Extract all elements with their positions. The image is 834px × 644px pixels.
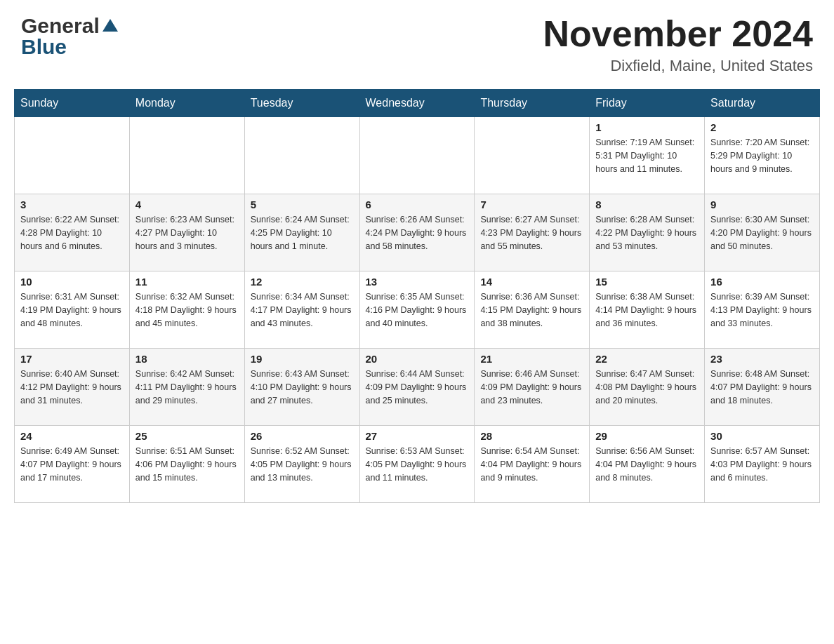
day-number: 23 [710, 353, 814, 365]
day-number: 1 [595, 121, 699, 133]
day-number: 26 [251, 430, 354, 442]
day-number: 21 [480, 353, 583, 365]
day-info: Sunrise: 6:39 AM Sunset: 4:13 PM Dayligh… [710, 290, 814, 330]
day-number: 8 [595, 199, 699, 210]
day-info: Sunrise: 7:20 AM Sunset: 5:29 PM Dayligh… [710, 136, 814, 175]
calendar-header-tuesday: Tuesday [244, 90, 359, 117]
calendar-cell: 1Sunrise: 7:19 AM Sunset: 5:31 PM Daylig… [590, 117, 705, 194]
day-info: Sunrise: 6:38 AM Sunset: 4:14 PM Dayligh… [595, 290, 699, 330]
day-info: Sunrise: 6:42 AM Sunset: 4:11 PM Dayligh… [135, 368, 239, 407]
calendar-cell [15, 117, 130, 194]
day-number: 4 [135, 199, 239, 210]
day-number: 10 [20, 276, 124, 288]
calendar-cell: 8Sunrise: 6:28 AM Sunset: 4:22 PM Daylig… [590, 194, 705, 271]
day-info: Sunrise: 6:35 AM Sunset: 4:16 PM Dayligh… [366, 290, 469, 330]
day-number: 3 [20, 199, 124, 210]
page-title: November 2024 [543, 14, 813, 54]
day-number: 9 [710, 199, 814, 210]
day-number: 27 [366, 430, 469, 442]
calendar-cell: 13Sunrise: 6:35 AM Sunset: 4:16 PM Dayli… [359, 271, 475, 349]
calendar-cell: 17Sunrise: 6:40 AM Sunset: 4:12 PM Dayli… [15, 349, 130, 426]
day-info: Sunrise: 6:32 AM Sunset: 4:18 PM Dayligh… [135, 290, 239, 330]
calendar-table: SundayMondayTuesdayWednesdayThursdayFrid… [14, 89, 820, 503]
calendar-cell: 23Sunrise: 6:48 AM Sunset: 4:07 PM Dayli… [705, 349, 820, 426]
day-number: 11 [135, 276, 239, 288]
day-number: 17 [20, 353, 124, 365]
day-info: Sunrise: 6:30 AM Sunset: 4:20 PM Dayligh… [710, 213, 814, 253]
day-number: 25 [135, 430, 239, 442]
calendar-header-monday: Monday [129, 90, 244, 117]
calendar-cell: 25Sunrise: 6:51 AM Sunset: 4:06 PM Dayli… [129, 426, 244, 503]
calendar-cell: 10Sunrise: 6:31 AM Sunset: 4:19 PM Dayli… [15, 271, 130, 349]
day-info: Sunrise: 6:26 AM Sunset: 4:24 PM Dayligh… [366, 213, 469, 253]
day-number: 15 [595, 276, 699, 288]
day-info: Sunrise: 6:53 AM Sunset: 4:05 PM Dayligh… [366, 445, 469, 484]
logo-blue: Blue [21, 35, 67, 58]
calendar-cell [244, 117, 359, 194]
day-number: 7 [480, 199, 583, 210]
day-info: Sunrise: 7:19 AM Sunset: 5:31 PM Dayligh… [595, 136, 699, 175]
day-number: 20 [366, 353, 469, 365]
day-number: 16 [710, 276, 814, 288]
day-info: Sunrise: 6:44 AM Sunset: 4:09 PM Dayligh… [366, 368, 469, 407]
day-info: Sunrise: 6:43 AM Sunset: 4:10 PM Dayligh… [251, 368, 354, 407]
calendar-cell: 28Sunrise: 6:54 AM Sunset: 4:04 PM Dayli… [475, 426, 590, 503]
calendar-cell: 20Sunrise: 6:44 AM Sunset: 4:09 PM Dayli… [359, 349, 475, 426]
day-number: 30 [710, 430, 814, 442]
calendar-cell: 5Sunrise: 6:24 AM Sunset: 4:25 PM Daylig… [244, 194, 359, 271]
calendar-cell: 4Sunrise: 6:23 AM Sunset: 4:27 PM Daylig… [129, 194, 244, 271]
day-info: Sunrise: 6:56 AM Sunset: 4:04 PM Dayligh… [595, 445, 699, 484]
logo-triangle-icon [102, 18, 118, 36]
calendar-cell: 6Sunrise: 6:26 AM Sunset: 4:24 PM Daylig… [359, 194, 475, 271]
calendar-header-friday: Friday [590, 90, 705, 117]
day-info: Sunrise: 6:22 AM Sunset: 4:28 PM Dayligh… [20, 213, 124, 253]
calendar-cell: 14Sunrise: 6:36 AM Sunset: 4:15 PM Dayli… [475, 271, 590, 349]
title-section: November 2024 Dixfield, Maine, United St… [543, 14, 813, 75]
calendar-cell: 22Sunrise: 6:47 AM Sunset: 4:08 PM Dayli… [590, 349, 705, 426]
svg-marker-0 [102, 19, 118, 32]
day-info: Sunrise: 6:31 AM Sunset: 4:19 PM Dayligh… [20, 290, 124, 330]
day-number: 22 [595, 353, 699, 365]
calendar-header-thursday: Thursday [475, 90, 590, 117]
calendar-cell: 29Sunrise: 6:56 AM Sunset: 4:04 PM Dayli… [590, 426, 705, 503]
calendar-cell [475, 117, 590, 194]
calendar-header-saturday: Saturday [705, 90, 820, 117]
calendar-cell: 16Sunrise: 6:39 AM Sunset: 4:13 PM Dayli… [705, 271, 820, 349]
day-info: Sunrise: 6:52 AM Sunset: 4:05 PM Dayligh… [251, 445, 354, 484]
calendar-cell: 7Sunrise: 6:27 AM Sunset: 4:23 PM Daylig… [475, 194, 590, 271]
day-number: 18 [135, 353, 239, 365]
calendar-header-wednesday: Wednesday [359, 90, 475, 117]
day-info: Sunrise: 6:27 AM Sunset: 4:23 PM Dayligh… [480, 213, 583, 253]
day-number: 6 [366, 199, 469, 210]
page-subtitle: Dixfield, Maine, United States [543, 57, 813, 75]
calendar-cell: 3Sunrise: 6:22 AM Sunset: 4:28 PM Daylig… [15, 194, 130, 271]
day-info: Sunrise: 6:40 AM Sunset: 4:12 PM Dayligh… [20, 368, 124, 407]
day-info: Sunrise: 6:54 AM Sunset: 4:04 PM Dayligh… [480, 445, 583, 484]
day-info: Sunrise: 6:48 AM Sunset: 4:07 PM Dayligh… [710, 368, 814, 407]
calendar-cell: 30Sunrise: 6:57 AM Sunset: 4:03 PM Dayli… [705, 426, 820, 503]
day-number: 5 [251, 199, 354, 210]
day-info: Sunrise: 6:36 AM Sunset: 4:15 PM Dayligh… [480, 290, 583, 330]
calendar-cell: 26Sunrise: 6:52 AM Sunset: 4:05 PM Dayli… [244, 426, 359, 503]
day-info: Sunrise: 6:28 AM Sunset: 4:22 PM Dayligh… [595, 213, 699, 253]
calendar-cell: 15Sunrise: 6:38 AM Sunset: 4:14 PM Dayli… [590, 271, 705, 349]
calendar-cell: 24Sunrise: 6:49 AM Sunset: 4:07 PM Dayli… [15, 426, 130, 503]
calendar-cell: 21Sunrise: 6:46 AM Sunset: 4:09 PM Dayli… [475, 349, 590, 426]
calendar-cell: 2Sunrise: 7:20 AM Sunset: 5:29 PM Daylig… [705, 117, 820, 194]
day-info: Sunrise: 6:46 AM Sunset: 4:09 PM Dayligh… [480, 368, 583, 407]
day-number: 13 [366, 276, 469, 288]
logo-general: General [21, 14, 100, 38]
day-number: 24 [20, 430, 124, 442]
day-info: Sunrise: 6:47 AM Sunset: 4:08 PM Dayligh… [595, 368, 699, 407]
day-info: Sunrise: 6:24 AM Sunset: 4:25 PM Dayligh… [251, 213, 354, 253]
page-header: General Blue November 2024 Dixfield, Mai… [0, 0, 834, 82]
day-number: 19 [251, 353, 354, 365]
day-number: 29 [595, 430, 699, 442]
day-info: Sunrise: 6:34 AM Sunset: 4:17 PM Dayligh… [251, 290, 354, 330]
calendar-header-sunday: Sunday [15, 90, 130, 117]
day-number: 14 [480, 276, 583, 288]
calendar-cell: 9Sunrise: 6:30 AM Sunset: 4:20 PM Daylig… [705, 194, 820, 271]
calendar-cell: 11Sunrise: 6:32 AM Sunset: 4:18 PM Dayli… [129, 271, 244, 349]
day-number: 12 [251, 276, 354, 288]
calendar-cell [129, 117, 244, 194]
